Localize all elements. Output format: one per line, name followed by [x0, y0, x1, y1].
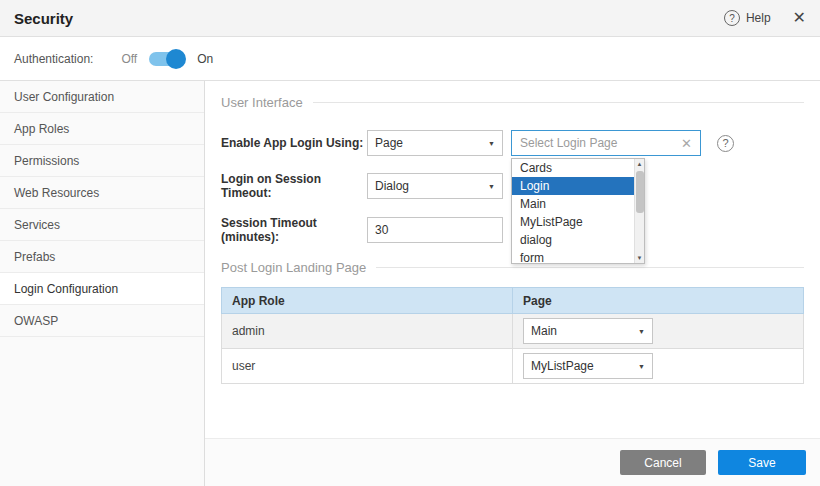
combobox-placeholder: Select Login Page — [520, 136, 617, 150]
session-timeout-minutes-label: Session Timeout (minutes): — [221, 216, 367, 244]
user-page-select[interactable]: MyListPage ▼ — [523, 353, 653, 379]
dropdown-option-mylistpage[interactable]: MyListPage — [512, 213, 644, 231]
toggle-on-label: On — [197, 52, 213, 66]
enable-app-login-row: Enable App Login Using: Page ▼ Select Lo… — [221, 130, 804, 156]
clear-icon[interactable]: ✕ — [681, 137, 692, 150]
help-link[interactable]: Help — [746, 11, 771, 25]
chevron-down-icon: ▼ — [638, 363, 645, 370]
page-cell: Main ▼ — [513, 314, 804, 349]
authentication-label: Authentication: — [14, 52, 93, 66]
admin-page-select[interactable]: Main ▼ — [523, 318, 653, 344]
login-page-dropdown: Cards Login Main MyListPage dialog form … — [511, 158, 645, 264]
sidebar-item-label: Permissions — [14, 154, 79, 168]
sidebar-item-label: Login Configuration — [14, 282, 118, 296]
scrollbar-thumb[interactable] — [636, 171, 644, 213]
dropdown-option-main[interactable]: Main — [512, 195, 644, 213]
column-header-page: Page — [513, 288, 804, 314]
sidebar-item-permissions[interactable]: Permissions — [0, 145, 204, 177]
post-login-table: App Role Page admin Main ▼ user MyListPa… — [221, 287, 804, 384]
dropdown-option-dialog[interactable]: dialog — [512, 231, 644, 249]
help-icon[interactable]: ? — [724, 10, 740, 26]
sidebar-item-app-roles[interactable]: App Roles — [0, 113, 204, 145]
app-role-cell: user — [222, 349, 513, 384]
sidebar-item-prefabs[interactable]: Prefabs — [0, 241, 204, 273]
dropdown-scrollbar[interactable]: ▲ ▼ — [634, 159, 644, 263]
sidebar-item-user-configuration[interactable]: User Configuration — [0, 81, 204, 113]
authentication-toggle[interactable] — [149, 52, 183, 66]
select-login-page-combobox[interactable]: Select Login Page ✕ — [511, 130, 701, 156]
chevron-down-icon: ▼ — [488, 183, 495, 190]
admin-page-value: Main — [531, 324, 557, 338]
sidebar-item-label: Web Resources — [14, 186, 99, 200]
column-header-app-role: App Role — [222, 288, 513, 314]
dropdown-option-cards[interactable]: Cards — [512, 159, 644, 177]
page-cell: MyListPage ▼ — [513, 349, 804, 384]
session-timeout-action-label: Login on Session Timeout: — [221, 172, 367, 200]
chevron-down-icon: ▼ — [488, 140, 495, 147]
footer-bar: Cancel Save — [205, 438, 820, 486]
toggle-knob[interactable] — [166, 49, 186, 69]
save-button[interactable]: Save — [718, 450, 806, 475]
sidebar-item-label: App Roles — [14, 122, 69, 136]
dropdown-option-form[interactable]: form — [512, 249, 644, 264]
login-using-select-value: Page — [375, 136, 403, 150]
sidebar-item-web-resources[interactable]: Web Resources — [0, 177, 204, 209]
scroll-down-icon[interactable]: ▼ — [635, 253, 644, 263]
dropdown-option-login[interactable]: Login — [512, 177, 644, 195]
sidebar-item-label: Services — [14, 218, 60, 232]
cancel-button[interactable]: Cancel — [620, 450, 706, 475]
user-page-value: MyListPage — [531, 359, 594, 373]
session-timeout-action-select[interactable]: Dialog ▼ — [367, 173, 503, 199]
sidebar-item-owasp[interactable]: OWASP — [0, 305, 204, 337]
field-help-icon[interactable]: ? — [717, 135, 734, 152]
scroll-up-icon[interactable]: ▲ — [635, 159, 644, 169]
app-role-cell: admin — [222, 314, 513, 349]
table-row: user MyListPage ▼ — [222, 349, 804, 384]
session-timeout-minutes-input[interactable] — [367, 217, 503, 243]
login-using-select[interactable]: Page ▼ — [367, 130, 503, 156]
close-icon[interactable]: ✕ — [793, 10, 806, 26]
enable-app-login-label: Enable App Login Using: — [221, 136, 367, 150]
sidebar-item-label: OWASP — [14, 314, 58, 328]
chevron-down-icon: ▼ — [638, 328, 645, 335]
sidebar-item-label: Prefabs — [14, 250, 55, 264]
sidebar: User Configuration App Roles Permissions… — [0, 81, 205, 486]
sidebar-item-label: User Configuration — [14, 90, 114, 104]
table-row: admin Main ▼ — [222, 314, 804, 349]
session-timeout-action-value: Dialog — [375, 179, 409, 193]
page-title: Security — [14, 10, 73, 27]
content-panel: User Interface Enable App Login Using: P… — [205, 81, 820, 486]
table-header-row: App Role Page — [222, 288, 804, 314]
section-user-interface: User Interface — [221, 95, 804, 110]
authentication-bar: Authentication: Off On — [0, 37, 820, 81]
toggle-off-label: Off — [121, 52, 137, 66]
sidebar-item-services[interactable]: Services — [0, 209, 204, 241]
sidebar-item-login-configuration[interactable]: Login Configuration — [0, 273, 204, 305]
dialog-header: Security ? Help ✕ — [0, 0, 820, 37]
